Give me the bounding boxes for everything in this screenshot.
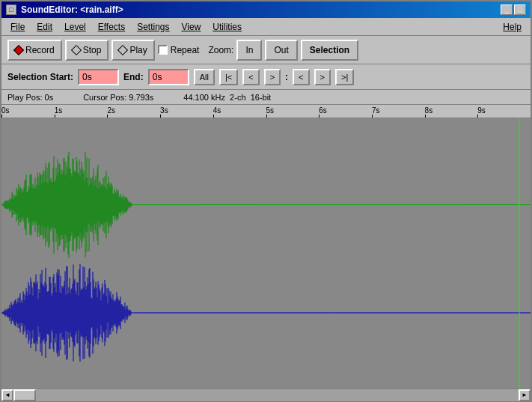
play-pos-status: Play Pos: 0s <box>7 93 53 102</box>
zoom-out-button[interactable]: Out <box>265 40 297 61</box>
menu-settings[interactable]: Settings <box>131 20 175 34</box>
window-title: SoundEditor: <rain.aiff> <box>21 4 123 15</box>
repeat-label: Repeat <box>171 45 200 55</box>
selection-start-input[interactable] <box>78 69 119 85</box>
menu-edit[interactable]: Edit <box>31 20 58 34</box>
nav-start-button[interactable]: |< <box>219 69 238 85</box>
scroll-right-button[interactable]: ► <box>519 389 531 401</box>
bit-depth-status: 16-bit <box>251 93 272 102</box>
zoom-label: Zoom: <box>208 45 233 55</box>
scrollbar-track[interactable] <box>13 389 519 401</box>
record-button[interactable]: Record <box>7 40 62 61</box>
menu-file[interactable]: File <box>4 20 31 34</box>
scroll-left-button[interactable]: ◄ <box>1 389 13 401</box>
select-all-button[interactable]: All <box>194 69 215 85</box>
repeat-area: Repeat <box>158 45 200 55</box>
window-icon[interactable]: □ <box>6 4 16 15</box>
stop-icon <box>71 44 82 55</box>
main-window: □ SoundEditor: <rain.aiff> _ □ File Edit… <box>0 0 532 402</box>
stop-button[interactable]: Stop <box>65 40 109 61</box>
title-bar-controls: _ □ <box>501 4 526 15</box>
minimize-button[interactable]: _ <box>501 4 513 15</box>
nav-end-button[interactable]: >| <box>335 69 354 85</box>
status-bar: Play Pos: 0s Cursor Pos: 9.793s 44.100 k… <box>1 90 531 105</box>
zoom-in-button[interactable]: In <box>236 40 262 61</box>
nav-prev2-button[interactable]: < <box>293 69 309 85</box>
waveform-canvas[interactable] <box>1 118 531 389</box>
selection-end-input[interactable] <box>148 69 189 85</box>
menu-level[interactable]: Level <box>58 20 92 34</box>
menu-view[interactable]: View <box>176 20 207 34</box>
nav-colon: : <box>285 72 288 82</box>
record-icon <box>13 44 24 55</box>
waveform-canvas-element[interactable] <box>1 118 531 389</box>
channels-status: 2-ch <box>230 93 245 102</box>
zoom-selection-button[interactable]: Selection <box>301 40 358 61</box>
selection-bar: Selection Start: End: All |< < > : < > >… <box>1 64 531 90</box>
menu-utilities[interactable]: Utilities <box>207 20 248 34</box>
title-bar: □ SoundEditor: <rain.aiff> _ □ <box>1 1 531 18</box>
nav-prev-button[interactable]: < <box>242 69 259 85</box>
scrollbar-thumb[interactable] <box>13 389 36 401</box>
nav-next-button[interactable]: > <box>264 69 281 85</box>
nav-next2-button[interactable]: > <box>314 69 331 85</box>
sample-rate-status: 44.100 kHz <box>183 93 225 102</box>
title-bar-left: □ SoundEditor: <rain.aiff> <box>6 4 123 15</box>
repeat-checkbox[interactable] <box>158 45 168 55</box>
maximize-button[interactable]: □ <box>514 4 526 15</box>
menu-effects[interactable]: Effects <box>92 20 131 34</box>
menu-bar: File Edit Level Effects Settings View Ut… <box>1 18 531 36</box>
menu-help[interactable]: Help <box>497 20 528 34</box>
selection-start-label: Selection Start: <box>7 72 73 82</box>
cursor-pos-status: Cursor Pos: 9.793s <box>83 93 153 102</box>
waveform-area[interactable]: 0s1s2s3s4s5s6s7s8s9s10s <box>1 105 531 389</box>
toolbar: Record Stop Play Repeat Zoom: In Out Sel… <box>1 36 531 64</box>
play-icon <box>117 44 128 55</box>
ruler: 0s1s2s3s4s5s6s7s8s9s10s <box>1 105 531 118</box>
selection-end-label: End: <box>123 72 144 82</box>
horizontal-scrollbar: ◄ ► <box>1 389 531 401</box>
play-button[interactable]: Play <box>111 40 154 61</box>
